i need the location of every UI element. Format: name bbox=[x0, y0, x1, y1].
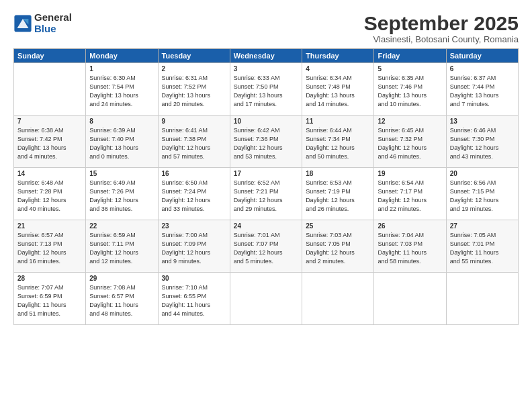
logo-general-text: General bbox=[34, 12, 72, 24]
day-info: Sunrise: 6:48 AMSunset: 7:28 PMDaylight:… bbox=[17, 179, 66, 212]
header-wednesday: Wednesday bbox=[230, 49, 302, 63]
calendar-cell: 14Sunrise: 6:48 AMSunset: 7:28 PMDayligh… bbox=[14, 168, 86, 220]
header-row: Sunday Monday Tuesday Wednesday Thursday… bbox=[14, 49, 519, 63]
calendar-cell: 15Sunrise: 6:49 AMSunset: 7:26 PMDayligh… bbox=[86, 168, 158, 220]
day-number: 7 bbox=[17, 118, 82, 125]
day-number: 4 bbox=[306, 65, 370, 73]
calendar-cell: 12Sunrise: 6:45 AMSunset: 7:32 PMDayligh… bbox=[374, 116, 446, 168]
week-row-3: 14Sunrise: 6:48 AMSunset: 7:28 PMDayligh… bbox=[14, 168, 519, 220]
day-info: Sunrise: 6:34 AMSunset: 7:48 PMDaylight:… bbox=[306, 75, 355, 107]
day-number: 24 bbox=[234, 222, 298, 230]
month-title: September 2025 bbox=[364, 12, 519, 34]
day-number: 22 bbox=[89, 222, 154, 230]
day-number: 19 bbox=[378, 170, 442, 177]
logo: General Blue bbox=[13, 12, 72, 34]
day-info: Sunrise: 6:50 AMSunset: 7:24 PMDaylight:… bbox=[162, 179, 211, 212]
calendar-cell: 10Sunrise: 6:42 AMSunset: 7:36 PMDayligh… bbox=[230, 116, 302, 168]
calendar-cell: 28Sunrise: 7:07 AMSunset: 6:59 PMDayligh… bbox=[14, 273, 86, 325]
day-info: Sunrise: 6:37 AMSunset: 7:44 PMDaylight:… bbox=[450, 75, 499, 107]
calendar-cell: 18Sunrise: 6:53 AMSunset: 7:19 PMDayligh… bbox=[302, 168, 374, 220]
day-info: Sunrise: 7:08 AMSunset: 6:57 PMDaylight:… bbox=[89, 284, 138, 317]
logo-blue-text: Blue bbox=[34, 24, 72, 35]
day-info: Sunrise: 6:45 AMSunset: 7:32 PMDaylight:… bbox=[378, 127, 427, 160]
header-monday: Monday bbox=[86, 49, 158, 63]
day-info: Sunrise: 6:56 AMSunset: 7:15 PMDaylight:… bbox=[450, 179, 499, 212]
day-info: Sunrise: 6:52 AMSunset: 7:21 PMDaylight:… bbox=[234, 179, 283, 212]
day-number: 2 bbox=[162, 65, 226, 73]
calendar-table: Sunday Monday Tuesday Wednesday Thursday… bbox=[13, 48, 519, 325]
day-number: 21 bbox=[17, 222, 82, 230]
calendar-cell: 1Sunrise: 6:30 AMSunset: 7:54 PMDaylight… bbox=[86, 63, 158, 116]
calendar-cell: 24Sunrise: 7:01 AMSunset: 7:07 PMDayligh… bbox=[230, 220, 302, 273]
day-number: 29 bbox=[89, 275, 154, 282]
day-info: Sunrise: 7:01 AMSunset: 7:07 PMDaylight:… bbox=[234, 232, 283, 265]
header-friday: Friday bbox=[374, 49, 446, 63]
week-row-2: 7Sunrise: 6:38 AMSunset: 7:42 PMDaylight… bbox=[14, 116, 519, 168]
header-thursday: Thursday bbox=[302, 49, 374, 63]
day-info: Sunrise: 6:31 AMSunset: 7:52 PMDaylight:… bbox=[162, 75, 211, 107]
day-info: Sunrise: 7:03 AMSunset: 7:05 PMDaylight:… bbox=[306, 232, 355, 265]
day-number: 13 bbox=[450, 118, 515, 125]
calendar-cell: 29Sunrise: 7:08 AMSunset: 6:57 PMDayligh… bbox=[86, 273, 158, 325]
calendar-cell: 19Sunrise: 6:54 AMSunset: 7:17 PMDayligh… bbox=[374, 168, 446, 220]
day-number: 16 bbox=[162, 170, 226, 177]
day-info: Sunrise: 6:44 AMSunset: 7:34 PMDaylight:… bbox=[306, 127, 355, 160]
calendar-cell bbox=[14, 63, 86, 116]
day-info: Sunrise: 6:59 AMSunset: 7:11 PMDaylight:… bbox=[89, 232, 138, 265]
day-number: 18 bbox=[306, 170, 370, 177]
calendar-cell: 25Sunrise: 7:03 AMSunset: 7:05 PMDayligh… bbox=[302, 220, 374, 273]
calendar-cell: 5Sunrise: 6:35 AMSunset: 7:46 PMDaylight… bbox=[374, 63, 446, 116]
calendar-cell: 8Sunrise: 6:39 AMSunset: 7:40 PMDaylight… bbox=[86, 116, 158, 168]
day-number: 12 bbox=[378, 118, 442, 125]
day-info: Sunrise: 6:41 AMSunset: 7:38 PMDaylight:… bbox=[162, 127, 211, 160]
day-info: Sunrise: 6:42 AMSunset: 7:36 PMDaylight:… bbox=[234, 127, 283, 160]
calendar-cell: 9Sunrise: 6:41 AMSunset: 7:38 PMDaylight… bbox=[158, 116, 230, 168]
day-number: 5 bbox=[378, 65, 442, 73]
day-number: 20 bbox=[450, 170, 515, 177]
day-number: 28 bbox=[17, 275, 82, 282]
calendar-cell: 7Sunrise: 6:38 AMSunset: 7:42 PMDaylight… bbox=[14, 116, 86, 168]
day-info: Sunrise: 6:39 AMSunset: 7:40 PMDaylight:… bbox=[89, 127, 138, 160]
calendar-cell: 6Sunrise: 6:37 AMSunset: 7:44 PMDaylight… bbox=[446, 63, 518, 116]
day-info: Sunrise: 7:04 AMSunset: 7:03 PMDaylight:… bbox=[378, 232, 427, 265]
day-number: 1 bbox=[89, 65, 154, 73]
calendar-cell: 21Sunrise: 6:57 AMSunset: 7:13 PMDayligh… bbox=[14, 220, 86, 273]
calendar-cell: 13Sunrise: 6:46 AMSunset: 7:30 PMDayligh… bbox=[446, 116, 518, 168]
calendar-cell: 22Sunrise: 6:59 AMSunset: 7:11 PMDayligh… bbox=[86, 220, 158, 273]
day-number: 15 bbox=[89, 170, 154, 177]
day-info: Sunrise: 6:38 AMSunset: 7:42 PMDaylight:… bbox=[17, 127, 66, 160]
header-tuesday: Tuesday bbox=[158, 49, 230, 63]
day-number: 10 bbox=[234, 118, 298, 125]
calendar-cell: 27Sunrise: 7:05 AMSunset: 7:01 PMDayligh… bbox=[446, 220, 518, 273]
day-info: Sunrise: 6:33 AMSunset: 7:50 PMDaylight:… bbox=[234, 75, 283, 107]
title-area: September 2025 Vlasinesti, Botosani Coun… bbox=[364, 12, 519, 44]
day-number: 9 bbox=[162, 118, 226, 125]
day-info: Sunrise: 7:00 AMSunset: 7:09 PMDaylight:… bbox=[162, 232, 211, 265]
day-number: 25 bbox=[306, 222, 370, 230]
day-info: Sunrise: 6:49 AMSunset: 7:26 PMDaylight:… bbox=[89, 179, 138, 212]
week-row-5: 28Sunrise: 7:07 AMSunset: 6:59 PMDayligh… bbox=[14, 273, 519, 325]
calendar-cell bbox=[446, 273, 518, 325]
day-info: Sunrise: 6:35 AMSunset: 7:46 PMDaylight:… bbox=[378, 75, 427, 107]
day-number: 30 bbox=[162, 275, 226, 282]
day-number: 3 bbox=[234, 65, 298, 73]
day-info: Sunrise: 6:46 AMSunset: 7:30 PMDaylight:… bbox=[450, 127, 499, 160]
week-row-1: 1Sunrise: 6:30 AMSunset: 7:54 PMDaylight… bbox=[14, 63, 519, 116]
day-number: 6 bbox=[450, 65, 515, 73]
calendar-cell: 3Sunrise: 6:33 AMSunset: 7:50 PMDaylight… bbox=[230, 63, 302, 116]
day-number: 27 bbox=[450, 222, 515, 230]
day-number: 11 bbox=[306, 118, 370, 125]
calendar-cell: 23Sunrise: 7:00 AMSunset: 7:09 PMDayligh… bbox=[158, 220, 230, 273]
calendar-cell: 2Sunrise: 6:31 AMSunset: 7:52 PMDaylight… bbox=[158, 63, 230, 116]
day-info: Sunrise: 6:57 AMSunset: 7:13 PMDaylight:… bbox=[17, 232, 66, 265]
calendar-cell: 26Sunrise: 7:04 AMSunset: 7:03 PMDayligh… bbox=[374, 220, 446, 273]
calendar-cell bbox=[230, 273, 302, 325]
calendar-cell: 4Sunrise: 6:34 AMSunset: 7:48 PMDaylight… bbox=[302, 63, 374, 116]
header-saturday: Saturday bbox=[446, 49, 518, 63]
calendar-cell: 16Sunrise: 6:50 AMSunset: 7:24 PMDayligh… bbox=[158, 168, 230, 220]
location: Vlasinesti, Botosani County, Romania bbox=[364, 34, 519, 44]
day-info: Sunrise: 7:05 AMSunset: 7:01 PMDaylight:… bbox=[450, 232, 499, 265]
day-info: Sunrise: 6:30 AMSunset: 7:54 PMDaylight:… bbox=[89, 75, 138, 107]
calendar-cell bbox=[374, 273, 446, 325]
day-info: Sunrise: 7:10 AMSunset: 6:55 PMDaylight:… bbox=[162, 284, 211, 317]
